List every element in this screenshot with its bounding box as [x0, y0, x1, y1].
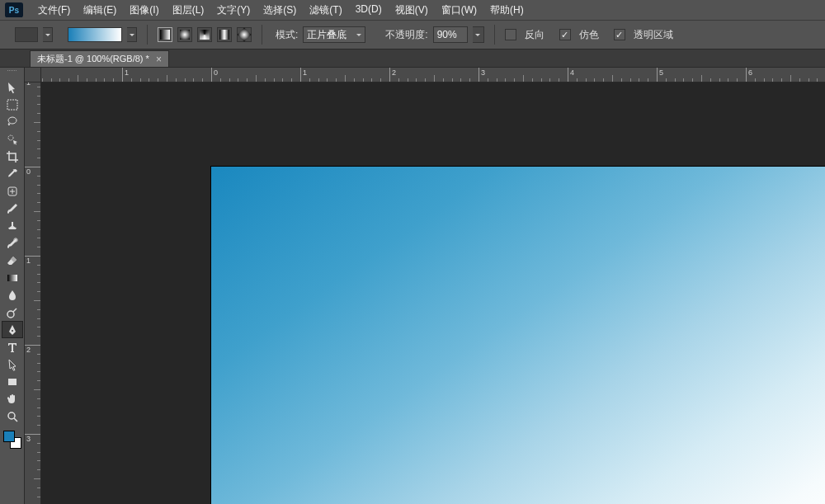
- panel-grip-icon[interactable]: [2, 69, 23, 76]
- gradient-type-linear[interactable]: [158, 27, 172, 42]
- zoom-tool[interactable]: [2, 407, 23, 425]
- svg-text:Ps: Ps: [9, 6, 20, 15]
- document-area: 2101234567 101234: [25, 68, 825, 504]
- foreground-color-swatch[interactable]: [3, 431, 15, 442]
- opacity-value: 90%: [437, 29, 457, 40]
- opacity-slider-dropdown[interactable]: [473, 26, 484, 43]
- mode-select[interactable]: 正片叠底: [303, 26, 365, 43]
- brush-tool[interactable]: [2, 200, 23, 217]
- lasso-tool[interactable]: [2, 113, 23, 130]
- menu-item[interactable]: 文字(Y): [210, 1, 257, 20]
- svg-point-8: [12, 330, 13, 332]
- gradient-type-angle[interactable]: [197, 27, 212, 42]
- gradient-type-radial[interactable]: [177, 27, 192, 42]
- opacity-label: 不透明度:: [385, 28, 427, 42]
- menu-item[interactable]: 滤镜(T): [303, 1, 348, 20]
- gradient-type-diamond[interactable]: [237, 27, 252, 42]
- gradient-type-reflected[interactable]: [217, 27, 232, 42]
- horizontal-ruler[interactable]: 2101234567: [41, 68, 825, 82]
- mode-value: 正片叠底: [307, 28, 346, 42]
- eyedropper-tool[interactable]: [2, 165, 23, 182]
- reverse-label: 反向: [525, 28, 544, 42]
- divider: [262, 25, 262, 45]
- menu-item[interactable]: 图层(L): [166, 1, 211, 20]
- tool-preset-swatch[interactable]: [15, 27, 38, 42]
- color-swatches[interactable]: [3, 431, 21, 449]
- svg-point-3: [8, 135, 13, 140]
- svg-rect-6: [7, 275, 17, 281]
- tool-panel: [0, 68, 25, 504]
- menu-bar: Ps 文件(F)编辑(E)图像(I)图层(L)文字(Y)选择(S)滤镜(T)3D…: [0, 0, 825, 20]
- close-tab-icon[interactable]: ×: [156, 54, 162, 64]
- divider: [147, 25, 148, 45]
- pen-tool[interactable]: [2, 321, 23, 338]
- menu-item[interactable]: 文件(F): [31, 1, 77, 20]
- clone-stamp-tool[interactable]: [2, 217, 23, 234]
- dither-checkbox[interactable]: [559, 29, 571, 40]
- blur-tool[interactable]: [2, 286, 23, 304]
- app-logo-icon: Ps: [5, 2, 23, 17]
- menu-item[interactable]: 编辑(E): [77, 1, 123, 20]
- rectangle-tool[interactable]: [2, 373, 23, 390]
- menu-item[interactable]: 图像(I): [123, 1, 165, 20]
- mode-label: 模式:: [276, 28, 298, 42]
- reverse-checkbox[interactable]: [505, 29, 516, 40]
- hand-tool[interactable]: [2, 390, 23, 407]
- menu-item[interactable]: 选择(S): [257, 1, 303, 20]
- document-tab-title: 未标题-1 @ 100%(RGB/8) *: [37, 53, 149, 65]
- document-tab[interactable]: 未标题-1 @ 100%(RGB/8) * ×: [30, 50, 169, 67]
- workspace: 2101234567 101234: [0, 68, 825, 504]
- options-bar: 模式: 正片叠底 不透明度: 90% 反向 仿色 透明区域: [0, 20, 825, 49]
- menu-item[interactable]: 3D(D): [349, 1, 389, 20]
- ruler-origin[interactable]: [25, 68, 41, 82]
- dither-label: 仿色: [579, 28, 599, 42]
- transparency-checkbox[interactable]: [614, 29, 625, 40]
- svg-rect-2: [7, 100, 17, 110]
- svg-rect-9: [8, 379, 16, 385]
- eraser-tool[interactable]: [2, 252, 23, 269]
- opacity-input[interactable]: 90%: [433, 26, 468, 43]
- tool-preset-dropdown[interactable]: [43, 27, 53, 42]
- gradient-tool[interactable]: [2, 269, 23, 286]
- svg-point-10: [8, 412, 15, 419]
- svg-point-7: [7, 311, 14, 318]
- transparency-label: 透明区域: [634, 28, 673, 42]
- document-tab-bar: 未标题-1 @ 100%(RGB/8) * ×: [0, 49, 825, 68]
- gradient-preview[interactable]: [68, 27, 122, 42]
- move-tool[interactable]: [2, 78, 23, 96]
- canvas-viewport[interactable]: [41, 82, 825, 504]
- divider: [494, 25, 495, 45]
- canvas[interactable]: [211, 167, 825, 504]
- marquee-tool[interactable]: [2, 96, 23, 113]
- history-brush-tool[interactable]: [2, 234, 23, 252]
- menu-item[interactable]: 帮助(H): [483, 1, 530, 20]
- menu-item[interactable]: 窗口(W): [435, 1, 483, 20]
- path-select-tool[interactable]: [2, 356, 23, 373]
- type-tool[interactable]: [2, 338, 23, 356]
- menu-item[interactable]: 视图(V): [389, 1, 435, 20]
- quick-select-tool[interactable]: [2, 130, 23, 148]
- healing-brush-tool[interactable]: [2, 182, 23, 200]
- crop-tool[interactable]: [2, 148, 23, 165]
- vertical-ruler[interactable]: 101234: [25, 82, 41, 504]
- gradient-picker-dropdown[interactable]: [127, 27, 137, 42]
- dodge-tool[interactable]: [2, 304, 23, 321]
